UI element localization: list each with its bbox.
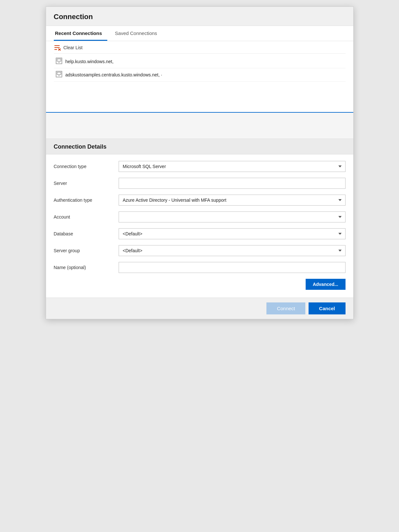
auth-type-control: Azure Active Directory - Universal with …	[119, 195, 346, 206]
tab-saved-connections[interactable]: Saved Connections	[114, 26, 162, 41]
dialog-title: Connection	[46, 7, 353, 26]
name-label: Name (optional)	[54, 265, 119, 270]
auth-type-label: Authentication type	[54, 198, 119, 203]
server-control	[119, 178, 346, 189]
spacer	[46, 113, 353, 139]
connection-type-select-wrapper: Microsoft SQL Server PostgreSQL MySQL SQ…	[119, 161, 346, 172]
svg-point-7	[58, 62, 59, 63]
name-input[interactable]	[119, 262, 346, 273]
database-label: Database	[54, 231, 119, 236]
auth-type-select[interactable]: Azure Active Directory - Universal with …	[119, 195, 346, 206]
account-select[interactable]	[119, 211, 346, 222]
connection-text-2: adskustosamples.centralus.kusto.windows.…	[65, 72, 162, 77]
connection-icon-1	[56, 58, 62, 65]
server-label: Server	[54, 181, 119, 186]
name-row: Name (optional)	[54, 262, 346, 273]
tab-recent-connections[interactable]: Recent Connections	[54, 26, 107, 41]
connection-details-form: Connection type Microsoft SQL Server Pos…	[46, 154, 353, 298]
svg-rect-6	[57, 59, 61, 61]
connection-type-label: Connection type	[54, 164, 119, 169]
advanced-button[interactable]: Advanced...	[306, 279, 346, 290]
svg-point-10	[58, 75, 59, 76]
svg-rect-9	[57, 72, 61, 74]
account-control	[119, 211, 346, 222]
advanced-row: Advanced...	[54, 279, 346, 292]
connection-dialog: Connection Recent Connections Saved Conn…	[46, 6, 354, 319]
tabs: Recent Connections Saved Connections	[54, 26, 346, 41]
database-row: Database <Default>	[54, 228, 346, 239]
server-group-row: Server group <Default>	[54, 245, 346, 256]
cancel-button[interactable]: Cancel	[309, 302, 345, 314]
database-select[interactable]: <Default>	[119, 228, 346, 239]
connection-type-row: Connection type Microsoft SQL Server Pos…	[54, 161, 346, 172]
connection-list: help.kusto.windows.net, adskustosamples.…	[54, 54, 346, 112]
connection-item-1[interactable]: help.kusto.windows.net,	[54, 55, 346, 68]
connection-type-select[interactable]: Microsoft SQL Server PostgreSQL MySQL SQ…	[119, 161, 346, 172]
connection-icon-2	[56, 71, 62, 79]
clear-list-row[interactable]: Clear List	[54, 41, 346, 54]
connect-button[interactable]: Connect	[266, 302, 305, 314]
tabs-section: Recent Connections Saved Connections	[46, 26, 353, 41]
account-select-wrapper	[119, 211, 346, 222]
database-select-wrapper: <Default>	[119, 228, 346, 239]
clear-icon-svg	[54, 44, 61, 51]
database-control: <Default>	[119, 228, 346, 239]
account-label: Account	[54, 214, 119, 220]
clear-list-icon	[54, 44, 61, 51]
recent-list-section: Clear List help.kusto.windows.net,	[46, 41, 353, 113]
server-group-control: <Default>	[119, 245, 346, 256]
server-group-select[interactable]: <Default>	[119, 245, 346, 256]
connection-item-2[interactable]: adskustosamples.centralus.kusto.windows.…	[54, 68, 346, 82]
auth-type-row: Authentication type Azure Active Directo…	[54, 195, 346, 206]
auth-type-select-wrapper: Azure Active Directory - Universal with …	[119, 195, 346, 206]
connection-type-control: Microsoft SQL Server PostgreSQL MySQL SQ…	[119, 161, 346, 172]
server-row: Server	[54, 178, 346, 189]
connection-details-header: Connection Details	[46, 139, 353, 154]
account-row: Account	[54, 211, 346, 222]
server-group-select-wrapper: <Default>	[119, 245, 346, 256]
connection-text-1: help.kusto.windows.net,	[65, 59, 114, 64]
name-control	[119, 262, 346, 273]
server-input[interactable]	[119, 178, 346, 189]
server-group-label: Server group	[54, 248, 119, 253]
dialog-footer: Connect Cancel	[46, 298, 353, 319]
clear-list-label: Clear List	[64, 45, 83, 50]
